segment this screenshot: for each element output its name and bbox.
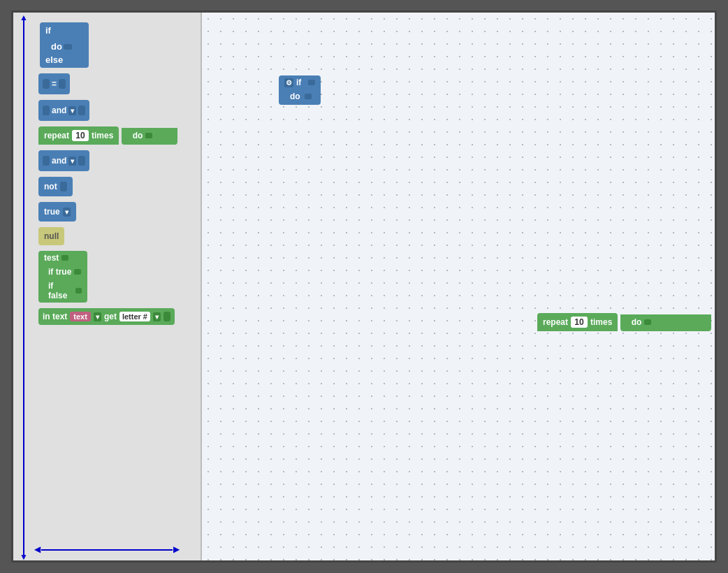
gear-icon[interactable]: ⚙ <box>284 78 293 87</box>
get-label: get <box>104 312 117 321</box>
iffalse-notch <box>75 288 82 293</box>
canvas-do-label: do <box>290 92 300 101</box>
do-notch-green <box>145 133 152 138</box>
canvas-repeat-label: repeat <box>543 317 568 327</box>
do-label-repeat: do <box>133 131 143 140</box>
do-label: do <box>51 41 62 52</box>
vertical-arrow[interactable] <box>23 18 24 555</box>
iffalse-label: if false <box>48 281 73 300</box>
sidebar: if do else = and <box>13 13 202 560</box>
dropdown-icon-letter[interactable]: ▾ <box>153 312 161 321</box>
iftrue-label: if true <box>48 267 71 277</box>
test-notch <box>61 255 68 261</box>
main-frame: if do else = and <box>11 10 717 563</box>
dropdown-icon-1[interactable]: ▾ <box>68 106 76 115</box>
text-input-field[interactable]: text <box>70 312 91 321</box>
tab-right <box>78 106 85 115</box>
canvas-if-label: if <box>296 78 301 87</box>
repeat-block[interactable]: repeat 10 times do <box>38 126 195 145</box>
iftrue-notch <box>74 269 81 275</box>
canvas-if-block[interactable]: ⚙ if do <box>279 75 321 105</box>
if-else-block[interactable]: if do else <box>40 22 195 68</box>
dropdown-icon-text[interactable]: ▾ <box>94 312 101 321</box>
dropdown-icon-true[interactable]: ▾ <box>63 208 71 217</box>
true-block[interactable]: true ▾ <box>38 202 195 222</box>
test-block[interactable]: test if true if false <box>38 251 195 303</box>
not-label: not <box>44 182 57 191</box>
times-label: times <box>92 131 113 140</box>
and-block-2[interactable]: and ▾ <box>38 150 195 171</box>
puzzle-tab-right <box>59 79 66 89</box>
and-block-1[interactable]: and ▾ <box>38 100 195 121</box>
tab-left <box>43 106 50 115</box>
tab-left-2 <box>43 156 50 166</box>
else-label: else <box>45 55 63 65</box>
if-label: if <box>45 25 51 36</box>
not-block[interactable]: not <box>38 177 195 196</box>
repeat-label: repeat <box>44 131 69 140</box>
intext-label: in text <box>43 312 67 321</box>
do-notch <box>64 44 72 50</box>
canvas-times-label: times <box>590 317 612 327</box>
canvas-do-label-repeat: do <box>632 317 642 327</box>
tab-right-2 <box>78 156 85 166</box>
and-label-2: and <box>52 156 66 166</box>
horizontal-arrow[interactable] <box>41 549 173 551</box>
canvas-do-notch-green <box>644 319 651 325</box>
canvas-repeat-value[interactable]: 10 <box>571 317 588 328</box>
canvas-area[interactable]: ⚙ if do repeat 10 times do <box>202 13 715 560</box>
letter-input-field[interactable]: letter # <box>119 312 150 321</box>
true-label: true <box>44 207 60 217</box>
null-block[interactable]: null <box>38 227 195 245</box>
not-notch <box>60 182 67 191</box>
intext-end-tab <box>163 312 170 321</box>
repeat-value[interactable]: 10 <box>72 130 89 141</box>
puzzle-tab-left <box>43 79 50 89</box>
intext-block[interactable]: in text text ▾ get letter # ▾ <box>38 308 195 325</box>
null-label: null <box>44 231 59 241</box>
test-label: test <box>44 253 59 263</box>
equality-block[interactable]: = <box>38 73 195 94</box>
dropdown-icon-2[interactable]: ▾ <box>68 157 76 166</box>
canvas-if-notch <box>308 80 315 85</box>
eq-symbol: = <box>52 79 57 89</box>
canvas-do-notch <box>305 94 312 99</box>
canvas-repeat-block[interactable]: repeat 10 times do <box>537 313 711 331</box>
and-label-1: and <box>52 106 66 115</box>
